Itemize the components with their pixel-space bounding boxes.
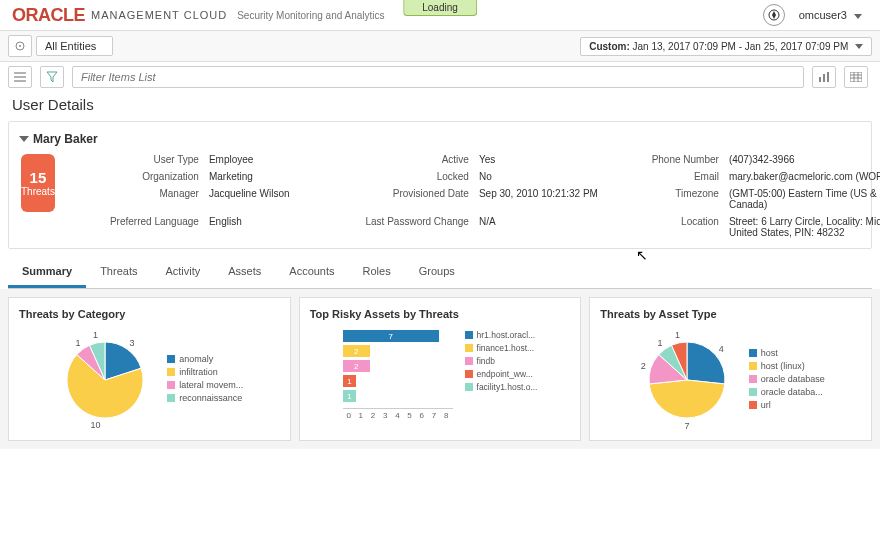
svg-text:1: 1 [93,330,98,340]
svg-text:1: 1 [675,330,680,340]
pie-chart: 31011 [55,330,155,430]
field-value: English [209,216,359,238]
tab-accounts[interactable]: Accounts [275,257,348,288]
field-value: mary.baker@acmeloric.com (WORK) [729,171,880,182]
loading-badge: Loading [403,0,477,16]
svg-text:4: 4 [718,344,723,354]
hamburger-icon[interactable] [8,66,32,88]
tab-groups[interactable]: Groups [405,257,469,288]
svg-text:10: 10 [91,420,101,430]
svg-text:1: 1 [76,338,81,348]
field-label: Phone Number [629,154,729,165]
user-menu[interactable]: omcuser3 [793,5,868,25]
field-value: Marketing [209,171,359,182]
range-value: Jan 13, 2017 07:09 PM - Jan 25, 2017 07:… [633,41,849,52]
field-value: N/A [479,216,629,238]
target-icon[interactable] [8,35,32,57]
field-label: User Type [79,154,209,165]
field-label: Active [359,154,479,165]
field-label: Provisioned Date [359,188,479,210]
svg-rect-8 [827,72,829,82]
entity-selector[interactable]: All Entities [36,36,113,56]
tab-assets[interactable]: Assets [214,257,275,288]
field-value: Jacqueline Wilson [209,188,359,210]
filter-input[interactable] [72,66,804,88]
field-value: (407)342-3966 [729,154,880,165]
field-label: Organization [79,171,209,182]
field-value: Sep 30, 2010 10:21:32 PM [479,188,629,210]
brand-logo: ORACLE [12,5,85,26]
svg-text:7: 7 [684,421,689,430]
cursor-icon: ↖ [636,247,648,263]
field-label: Timezone [629,188,729,210]
field-label: Last Password Change [359,216,479,238]
table-view-icon[interactable] [844,66,868,88]
tab-roles[interactable]: Roles [349,257,405,288]
tab-bar: Summary Threats Activity Assets Accounts… [8,257,872,289]
svg-rect-7 [823,74,825,82]
svg-text:2: 2 [640,361,645,371]
field-label: Email [629,171,729,182]
field-value: No [479,171,629,182]
field-value: (GMT-05:00) Eastern Time (US & Canada) [729,188,880,210]
field-label: Location [629,216,729,238]
chevron-down-icon [854,14,862,19]
compass-icon[interactable] [763,4,785,26]
pie-chart: 47211 [637,330,737,430]
chart-legend: hr1.host.oracl...finance1.host...findben… [465,330,538,395]
product-name: MANAGEMENT CLOUD [91,9,227,21]
bar-chart: 72211 [343,330,453,402]
chart-legend: anomalyinfiltrationlateral movem...recon… [167,354,243,406]
svg-text:3: 3 [130,338,135,348]
username-label: omcuser3 [799,9,847,21]
user-details-panel: Mary Baker 15 Threats User TypeEmployee … [8,121,872,249]
field-label: Locked [359,171,479,182]
svg-rect-9 [850,72,862,82]
svg-text:1: 1 [657,338,662,348]
tab-summary[interactable]: Summary [8,257,86,288]
threat-count-badge[interactable]: 15 Threats [21,154,55,212]
field-value: Street: 6 Larry Circle, Locality: Michig… [729,216,880,238]
panel-title: Top Risky Assets by Threats [310,308,571,320]
filter-icon[interactable] [40,66,64,88]
panel-top-risky-assets: Top Risky Assets by Threats 72211 012345… [299,297,582,441]
page-title: User Details [0,92,880,121]
field-label: Manager [79,188,209,210]
chart-view-icon[interactable] [812,66,836,88]
threat-label: Threats [21,186,55,197]
svg-point-2 [19,45,21,47]
panel-threats-by-category: Threats by Category 31011 anomalyinfiltr… [8,297,291,441]
field-label: Preferred Language [79,216,209,238]
collapse-icon[interactable] [19,136,29,142]
tab-threats[interactable]: Threats [86,257,151,288]
threat-count: 15 [30,169,47,186]
bar-axis: 012345678 [343,408,453,420]
subproduct-name: Security Monitoring and Analytics [237,10,384,21]
panel-threats-by-asset-type: Threats by Asset Type 47211 hosthost (li… [589,297,872,441]
panel-title: Threats by Category [19,308,280,320]
chart-legend: hosthost (linux)oracle databaseoracle da… [749,348,825,413]
tab-activity[interactable]: Activity [151,257,214,288]
svg-rect-6 [819,77,821,82]
field-value: Employee [209,154,359,165]
chevron-down-icon [855,44,863,49]
user-name: Mary Baker [33,132,98,146]
panel-title: Threats by Asset Type [600,308,861,320]
field-value: Yes [479,154,629,165]
time-range-selector[interactable]: Custom: Jan 13, 2017 07:09 PM - Jan 25, … [580,37,872,56]
range-label: Custom: [589,41,630,52]
